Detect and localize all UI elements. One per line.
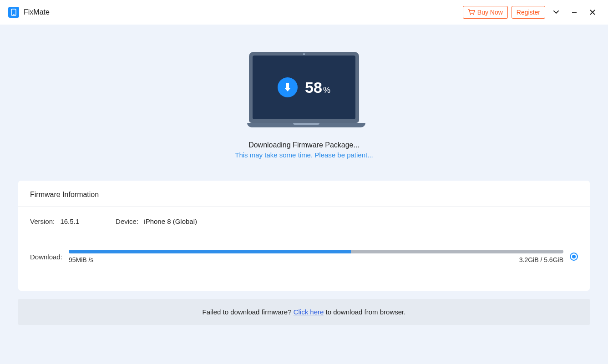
download-size: 3.2GiB / 5.6GiB	[519, 256, 563, 263]
app-icon	[8, 7, 19, 18]
progress-percent-symbol: %	[323, 86, 330, 95]
footer-note: Failed to download firmware? Click here …	[18, 299, 590, 325]
titlebar-left: FixMate	[8, 7, 50, 18]
progress-bar-fill	[69, 250, 351, 253]
content-area: 58 % Downloading Firmware Package... Thi…	[0, 25, 608, 364]
download-label: Download:	[30, 253, 62, 261]
firmware-section-title: Firmware Information	[18, 181, 590, 207]
footer-prefix: Failed to download firmware?	[203, 308, 294, 316]
close-icon	[589, 9, 596, 15]
titlebar: FixMate Buy Now Register	[0, 0, 608, 25]
device-field: Device: iPhone 8 (Global)	[116, 217, 197, 225]
download-icon	[278, 77, 298, 97]
progress-percent-number: 58	[305, 79, 322, 96]
version-value: 16.5.1	[60, 217, 79, 225]
progress-bar	[69, 250, 563, 253]
laptop-illustration: 58 %	[247, 52, 361, 127]
footer-suffix: to download from browser.	[324, 308, 405, 316]
browser-download-link[interactable]: Click here	[294, 308, 324, 316]
version-label: Version:	[30, 217, 55, 225]
titlebar-right: Buy Now Register	[463, 5, 600, 20]
buy-now-label: Buy Now	[477, 9, 503, 16]
dropdown-button[interactable]	[549, 5, 563, 20]
chevron-down-icon	[553, 10, 559, 14]
progress-percent: 58 %	[305, 79, 330, 96]
download-speed: 95MiB /s	[69, 256, 93, 263]
version-field: Version: 16.5.1	[30, 217, 79, 225]
svg-rect-1	[13, 14, 15, 15]
svg-rect-7	[286, 83, 289, 88]
close-button[interactable]	[585, 5, 600, 20]
device-value: iPhone 8 (Global)	[144, 217, 197, 225]
svg-point-3	[473, 14, 474, 15]
firmware-info-row: Version: 16.5.1 Device: iPhone 8 (Global…	[30, 217, 578, 225]
firmware-card: Firmware Information Version: 16.5.1 Dev…	[18, 181, 590, 291]
cart-icon	[468, 9, 475, 15]
cancel-download-button[interactable]	[570, 253, 578, 261]
minimize-icon	[571, 9, 578, 15]
register-label: Register	[517, 9, 540, 16]
minimize-button[interactable]	[567, 5, 582, 20]
status-subtitle: This may take some time. Please be patie…	[235, 151, 373, 159]
download-row: Download: 95MiB /s 3.2GiB / 5.6GiB	[30, 250, 578, 263]
app-name: FixMate	[24, 8, 50, 16]
hero: 58 % Downloading Firmware Package... Thi…	[0, 25, 608, 159]
register-button[interactable]: Register	[512, 6, 545, 19]
device-label: Device:	[116, 217, 138, 225]
svg-point-2	[470, 14, 471, 15]
status-title: Downloading Firmware Package...	[248, 141, 360, 149]
buy-now-button[interactable]: Buy Now	[463, 6, 508, 19]
